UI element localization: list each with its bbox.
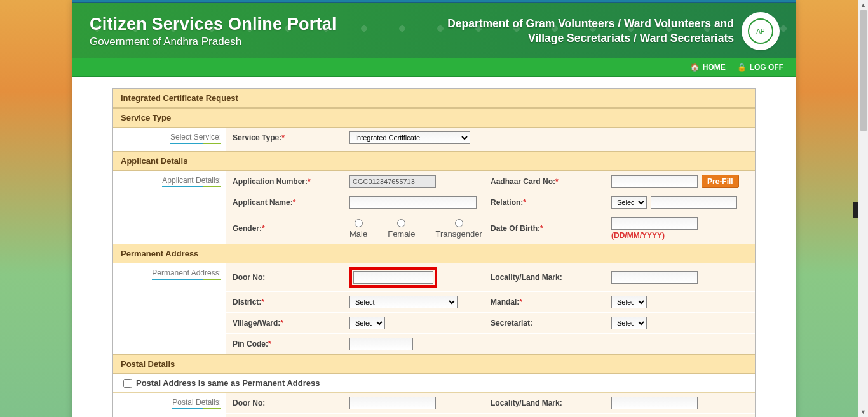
permanent-address-sidelabel: Permanent Address: [152,268,221,280]
emblem-logo: AP [743,13,778,49]
application-number-input [349,175,436,188]
dob-hint: (DD/MM/YYYY) [611,231,698,240]
vertical-scrollbar[interactable]: ▲ ▼ [858,0,868,417]
postal-door-no-label: Door No: [233,399,265,407]
relation-label: Relation: [491,198,523,207]
lock-icon: 🔒 [737,63,747,72]
dob-label: Date Of Birth: [491,224,540,233]
permanent-address-heading: Permanent Address [113,244,755,263]
aadhaar-label: Aadhaar Card No: [491,177,555,186]
pin-code-input[interactable] [349,338,413,350]
applicant-details-heading: Applicant Details [113,151,755,171]
village-ward-label: Village/Ward: [233,319,280,328]
secretariat-label: Secretariat: [491,319,532,328]
home-icon: 🏠 [690,63,700,72]
portal-title: Citizen Services Online Portal [90,15,337,34]
home-link[interactable]: 🏠 HOME [690,63,726,72]
district-label: District: [233,298,261,307]
applicant-details-sidelabel: Applicant Details: [162,176,221,187]
village-ward-select[interactable]: Select [349,317,385,329]
header-banner: Citizen Services Online Portal Governmen… [72,3,796,58]
door-no-label: Door No: [233,273,265,282]
scroll-thumb[interactable] [860,10,867,131]
dob-input[interactable] [611,217,698,230]
postal-door-no-input[interactable] [349,397,436,409]
service-type-label: Service Type: [233,133,281,142]
applicant-name-input[interactable] [349,196,477,209]
locality-input[interactable] [611,271,698,284]
gender-trans-radio[interactable] [455,219,463,227]
secretariat-select[interactable]: Select [611,317,647,329]
postal-details-sidelabel: Postal Details: [172,398,221,409]
page-heading: Integrated Certificate Request [113,89,755,108]
relation-select[interactable]: Select [611,196,647,209]
service-type-select[interactable]: Integrated Certificate [349,131,470,144]
applicant-name-label: Applicant Name: [233,198,293,207]
gender-label: Gender: [233,224,262,233]
aadhaar-input[interactable] [611,175,698,188]
relation-name-input[interactable] [651,196,737,209]
select-service-label: Select Service: [170,133,221,144]
postal-locality-input[interactable] [611,397,698,409]
home-link-label: HOME [703,63,726,72]
prefill-button[interactable]: Pre-Fill [702,175,739,188]
district-select[interactable]: Select [349,296,458,308]
gender-male-radio[interactable] [355,219,363,227]
service-type-heading: Service Type [113,108,755,128]
application-number-label: Application Number: [233,177,308,186]
portal-subtitle: Government of Andhra Pradesh [90,36,337,48]
mandal-select[interactable]: Select [611,296,647,308]
postal-locality-label: Locality/Land Mark: [491,399,562,407]
department-name: Department of Gram Volunteers / Ward Vol… [447,17,734,46]
logoff-link[interactable]: 🔒 LOG OFF [737,63,783,72]
top-nav: 🏠 HOME 🔒 LOG OFF [72,58,796,77]
scroll-up-arrow-icon[interactable]: ▲ [858,0,868,10]
postal-same-label: Postal Address is same as Permanent Addr… [136,378,320,388]
door-no-input[interactable] [353,271,433,284]
postal-same-checkbox[interactable] [123,379,132,388]
logoff-link-label: LOG OFF [750,63,783,72]
locality-label: Locality/Land Mark: [491,273,562,282]
side-tab-icon[interactable] [853,202,858,218]
scroll-down-arrow-icon[interactable]: ▼ [858,407,868,417]
pin-code-label: Pin Code: [233,340,268,348]
gender-female-radio[interactable] [397,219,405,227]
mandal-label: Mandal: [491,298,519,307]
postal-details-heading: Postal Details [113,354,755,374]
